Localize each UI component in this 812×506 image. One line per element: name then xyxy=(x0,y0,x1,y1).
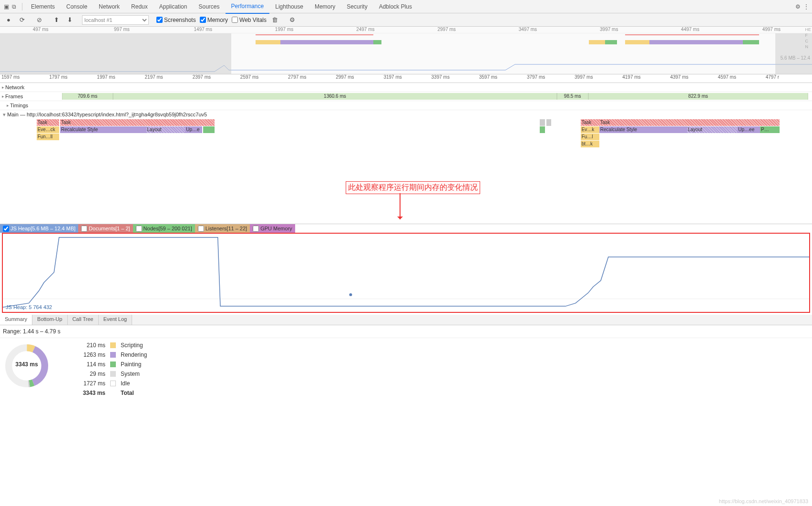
task-block[interactable]: Task xyxy=(581,119,599,126)
summary-panel: 3343 ms 210 msScripting1263 msRendering1… xyxy=(0,338,812,400)
summary-total-center: 3343 ms xyxy=(3,361,51,368)
legend-total-name: Total xyxy=(121,390,159,396)
range-label: Range: 1.44 s – 4.79 s xyxy=(0,325,812,338)
legend-swatch xyxy=(110,352,116,358)
update-block[interactable]: Up…ee xyxy=(737,126,760,133)
jsheap-checkbox[interactable]: JS Heap[5.6 MB – 12.4 MB] xyxy=(0,224,78,233)
update-block[interactable]: Up…e xyxy=(185,126,202,133)
paint-block[interactable] xyxy=(540,126,545,133)
tab-event-log[interactable]: Event Log xyxy=(99,315,133,325)
documents-checkbox[interactable]: Documents[1 – 2] xyxy=(78,224,133,233)
tab-summary[interactable]: Summary xyxy=(0,315,32,325)
legend-swatch xyxy=(110,342,116,348)
event-block[interactable]: Ev…k xyxy=(581,126,599,133)
tab-performance[interactable]: Performance xyxy=(226,0,270,14)
network-track[interactable]: Network xyxy=(0,83,812,92)
memory-caption: JS Heap: 5 764 432 xyxy=(6,304,52,310)
details-tab-bar: Summary Bottom-Up Call Tree Event Log xyxy=(0,315,812,325)
legend-name: Scripting xyxy=(121,342,159,349)
frame-block[interactable]: 822.9 ms xyxy=(588,93,808,100)
task-block[interactable]: Task xyxy=(60,119,215,126)
legend-value: 1727 ms xyxy=(79,380,105,387)
frame-block[interactable]: 98.5 ms xyxy=(557,93,588,100)
function-block[interactable]: Fun…ll xyxy=(37,134,60,140)
screenshots-checkbox[interactable]: Screenshots xyxy=(156,17,196,23)
nodes-checkbox[interactable]: Nodes[59 – 200 021] xyxy=(133,224,195,233)
frame-block[interactable]: 709.6 ms xyxy=(62,93,113,100)
overview-strip[interactable]: 497 ms997 ms1497 ms1997 ms2497 ms2997 ms… xyxy=(0,27,812,74)
memory-legend: JS Heap[5.6 MB – 12.4 MB] Documents[1 – … xyxy=(0,224,812,233)
legend-value: 114 ms xyxy=(79,361,105,368)
legend-swatch xyxy=(110,371,116,377)
frames-track[interactable]: Frames 709.6 ms1360.6 ms98.5 ms822.9 ms xyxy=(0,92,812,101)
reload-button[interactable]: ⟳ xyxy=(17,15,27,25)
device-icon[interactable]: ⧉ xyxy=(12,3,16,10)
performance-toolbar: ● ⟳ ⊘ ⬆ ⬇ localhost #1 Screenshots Memor… xyxy=(0,13,812,27)
task-block[interactable] xyxy=(546,119,551,126)
overview-mask-left[interactable] xyxy=(0,33,231,74)
legend-value: 29 ms xyxy=(79,371,105,377)
legend-total-value: 3343 ms xyxy=(79,390,105,396)
paint-block[interactable] xyxy=(203,126,215,133)
memory-chart[interactable]: JS Heap: 5 764 432 xyxy=(2,233,810,313)
legend-name: System xyxy=(121,371,159,377)
memory-checkbox[interactable]: Memory xyxy=(200,17,228,23)
tab-redux[interactable]: Redux xyxy=(125,0,154,13)
gpu-checkbox[interactable]: GPU Memory xyxy=(250,224,295,233)
recalc-style-block[interactable]: Recalculate Style xyxy=(599,126,687,133)
legend-swatch xyxy=(110,361,116,367)
legend-swatch xyxy=(110,381,116,386)
annotation-arrow-icon xyxy=(400,193,401,219)
legend-name: Idle xyxy=(121,380,159,387)
task-block[interactable]: Task xyxy=(599,119,780,126)
recalc-style-block[interactable]: Recalculate Style xyxy=(60,126,146,133)
legend-value: 1263 ms xyxy=(79,351,105,358)
tab-memory[interactable]: Memory xyxy=(309,0,341,13)
gc-button[interactable]: 🗑 xyxy=(270,15,280,25)
function-block[interactable]: Fu…l xyxy=(581,134,599,140)
task-block[interactable]: Task xyxy=(37,119,60,126)
legend-name: Painting xyxy=(121,361,159,368)
summary-legend: 210 msScripting1263 msRendering114 msPai… xyxy=(79,342,159,396)
clear-button[interactable]: ⊘ xyxy=(34,15,44,25)
event-block[interactable]: Eve…ck xyxy=(37,126,60,133)
svg-point-1 xyxy=(349,293,352,296)
tab-call-tree[interactable]: Call Tree xyxy=(68,315,99,325)
overview-mem-label: 5.6 MB – 12.4 xyxy=(781,55,810,61)
gear-icon[interactable]: ⚙ xyxy=(795,3,801,10)
record-button[interactable]: ● xyxy=(4,15,13,25)
tab-adblock[interactable]: Adblock Plus xyxy=(373,0,418,13)
listeners-checkbox[interactable]: Listeners[11 – 22] xyxy=(195,224,250,233)
paint-block[interactable]: P… xyxy=(760,126,780,133)
overview-ticks: 497 ms997 ms1497 ms1997 ms2497 ms2997 ms… xyxy=(0,27,812,33)
more-icon[interactable]: ⋮ xyxy=(803,3,809,10)
legend-name: Rendering xyxy=(121,351,159,358)
frame-block[interactable]: 1360.6 ms xyxy=(113,93,557,100)
tab-lighthouse[interactable]: Lighthouse xyxy=(269,0,309,13)
timings-track[interactable]: Timings xyxy=(0,101,812,110)
recording-select[interactable]: localhost #1 xyxy=(82,15,149,25)
settings-icon[interactable]: ⚙ xyxy=(288,15,297,25)
tab-security[interactable]: Security xyxy=(341,0,373,13)
main-flame-chart[interactable]: 此处观察程序运行期间内存的变化情况 TaskTaskEve…ckRecalcul… xyxy=(0,119,812,224)
web-vitals-checkbox[interactable]: Web Vitals xyxy=(232,17,267,23)
layout-block[interactable]: Layout xyxy=(146,126,185,133)
detail-ruler: 1597 ms1797 ms1997 ms2197 ms2397 ms2597 … xyxy=(0,74,812,83)
inspect-icon[interactable]: ▣ xyxy=(4,3,9,10)
annotation-text: 此处观察程序运行期间内存的变化情况 xyxy=(346,181,480,194)
layout-block[interactable]: Layout xyxy=(687,126,738,133)
tab-network[interactable]: Network xyxy=(93,0,125,13)
tab-bottom-up[interactable]: Bottom-Up xyxy=(32,315,68,325)
upload-button[interactable]: ⬆ xyxy=(51,15,61,25)
devtools-tab-bar: ▣ ⧉ Elements Console Network Redux Appli… xyxy=(0,0,812,13)
callback-block[interactable]: bt…k xyxy=(581,141,599,147)
tab-sources[interactable]: Sources xyxy=(193,0,225,13)
download-button[interactable]: ⬇ xyxy=(65,15,74,25)
main-thread-header[interactable]: ▾Main — http://localhost:63342/typescrip… xyxy=(0,110,812,119)
tab-elements[interactable]: Elements xyxy=(25,0,61,13)
tab-console[interactable]: Console xyxy=(61,0,93,13)
legend-value: 210 ms xyxy=(79,342,105,349)
tab-application[interactable]: Application xyxy=(154,0,193,13)
task-block[interactable] xyxy=(540,119,545,126)
